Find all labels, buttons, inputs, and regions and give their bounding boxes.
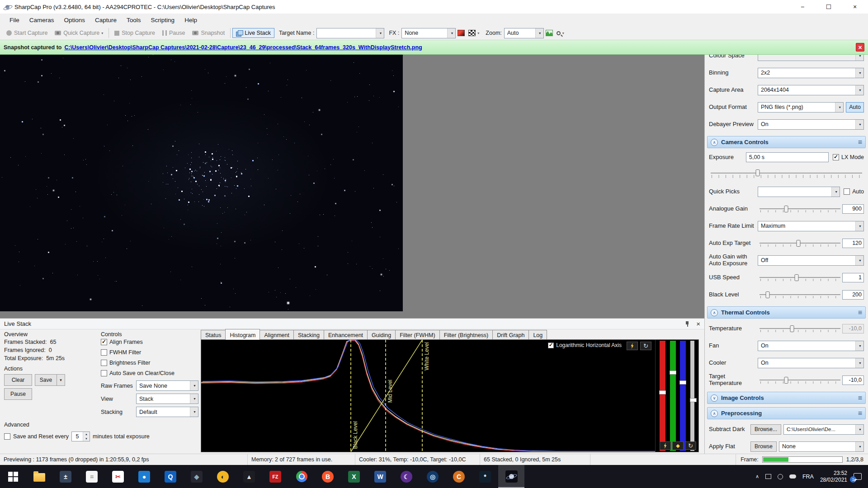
section-menu-icon[interactable]: ≡ (858, 394, 862, 402)
brave-icon[interactable]: B (315, 465, 341, 488)
menu-file[interactable]: File (5, 15, 24, 25)
blue-level-handle[interactable] (679, 380, 686, 385)
spinner-down-icon[interactable]: ▼ (83, 436, 90, 441)
sharpcap-taskbar-icon[interactable] (498, 465, 524, 488)
usb-speed-value[interactable]: 1 (842, 273, 864, 282)
q-app-icon[interactable]: Q (157, 465, 184, 488)
orange-app-icon[interactable]: C (446, 465, 472, 488)
camera-controls-header[interactable]: ∧ Camera Controls ≡ (707, 136, 866, 148)
red-level-bar[interactable] (660, 341, 665, 451)
raw-frames-select[interactable]: Save None (136, 380, 198, 391)
fx-select[interactable]: None (401, 28, 456, 38)
save-reset-spinner[interactable]: 5 ▲▼ (71, 432, 90, 441)
colour-space-select[interactable] (758, 55, 864, 61)
luminance-level-handle[interactable] (690, 398, 697, 402)
pin-icon[interactable] (685, 321, 690, 327)
video-capture-icon[interactable]: ● (131, 465, 157, 488)
menu-scripting[interactable]: Scripting (146, 15, 180, 25)
zoom-select[interactable]: Auto (504, 28, 544, 38)
clear-button[interactable]: Clear (4, 374, 32, 386)
auto-exp-target-value[interactable]: 120 (842, 239, 864, 248)
snapshot-button[interactable]: Snapshot (189, 28, 228, 38)
tab-enhancement[interactable]: Enhancement (324, 330, 368, 340)
spinner-up-icon[interactable]: ▲ (83, 432, 90, 436)
collapse-icon[interactable]: ∧ (711, 410, 718, 417)
apply-flat-browse-button[interactable]: Browse (750, 441, 777, 452)
pause-button[interactable]: Pause (159, 28, 189, 38)
maximize-button[interactable]: ☐ (816, 0, 842, 14)
pause-stack-button[interactable]: Pause (4, 388, 32, 400)
preprocessing-header[interactable]: ∧ Preprocessing ≡ (707, 407, 866, 419)
tab-stacking[interactable]: Stacking (293, 330, 324, 340)
log-axis-toggle[interactable]: Logarithmic Horizontal Axis (548, 342, 622, 348)
image-viewport[interactable] (0, 55, 704, 318)
brightness-filter-checkbox[interactable] (101, 360, 107, 366)
menu-capture[interactable]: Capture (90, 15, 122, 25)
tab-alignment[interactable]: Alignment (259, 330, 294, 340)
filezilla-icon[interactable]: FZ (262, 465, 288, 488)
excel-icon[interactable]: X (341, 465, 367, 488)
subtract-dark-select[interactable]: C:\Users\Olivier\De... (783, 424, 864, 435)
view-select[interactable]: Stack (136, 394, 198, 404)
fwhm-filter-checkbox[interactable] (101, 349, 107, 356)
tab-filter-brightness[interactable]: Filter (Brightness) (439, 330, 493, 340)
luminance-level-bar[interactable] (690, 341, 694, 451)
analogue-gain-slider[interactable] (760, 204, 840, 213)
blue-level-bar[interactable] (680, 341, 686, 451)
align-frames-checkbox[interactable] (101, 339, 107, 345)
tray-status-icon[interactable] (778, 474, 783, 479)
save-reset-checkbox[interactable] (4, 433, 10, 440)
close-button[interactable]: × (842, 0, 868, 14)
histogram-stretch-icon[interactable] (544, 28, 555, 38)
tab-log[interactable]: Log (528, 330, 547, 340)
menu-cameras[interactable]: Cameras (24, 15, 59, 25)
menu-help[interactable]: Help (179, 15, 202, 25)
log-axis-checkbox[interactable] (548, 343, 554, 348)
debayer-preview-select[interactable]: On (758, 119, 864, 130)
red-level-handle[interactable] (659, 390, 666, 394)
magnifier-icon[interactable]: ▾ (555, 30, 566, 37)
target-temperature-slider[interactable] (760, 375, 840, 385)
reset-bottom-icon[interactable]: ↻ (685, 441, 696, 450)
tab-filter-fwhm[interactable]: Filter (FWHM) (395, 330, 439, 340)
tray-expand-icon[interactable]: ∧ (755, 474, 759, 479)
live-stack-button[interactable]: Live Stack (232, 28, 274, 38)
green-level-bar[interactable] (670, 341, 676, 451)
auto-stretch-bottom-icon[interactable] (660, 441, 671, 450)
section-menu-icon[interactable]: ≡ (858, 409, 862, 418)
blue-app-icon[interactable]: ◎ (420, 465, 446, 488)
expand-icon[interactable]: ∨ (711, 394, 718, 402)
clock[interactable]: 23:52 28/02/2021 (820, 470, 847, 483)
tab-drift-graph[interactable]: Drift Graph (492, 330, 529, 340)
stop-capture-button[interactable]: Stop Capture (111, 28, 159, 38)
usb-speed-slider[interactable] (760, 273, 840, 282)
collapse-icon[interactable]: ∧ (711, 309, 718, 316)
auto-save-checkbox[interactable] (101, 370, 107, 376)
cooler-select[interactable]: On (758, 358, 864, 368)
snowflake-app-icon[interactable]: * (472, 465, 498, 488)
chrome-icon[interactable] (288, 465, 315, 488)
exposure-slider[interactable] (711, 166, 862, 182)
language-indicator[interactable]: FRA (802, 474, 814, 480)
histogram-plot[interactable]: Logarithmic Horizontal Axis ↻ Black Leve… (201, 340, 655, 452)
auto-exp-target-slider[interactable] (760, 239, 840, 248)
notification-close-button[interactable]: × (856, 43, 864, 52)
purple-app-icon[interactable]: ☾ (393, 465, 420, 488)
frame-rate-limit-select[interactable]: Maximum (758, 221, 864, 231)
fx-red-icon[interactable] (456, 28, 467, 38)
start-button[interactable] (0, 465, 26, 488)
fan-select[interactable]: On (758, 341, 864, 351)
calculator-icon[interactable]: ± (52, 465, 79, 488)
auto-stretch-icon[interactable] (627, 342, 638, 350)
tray-cloud-icon[interactable] (789, 474, 796, 479)
snapshot-path-link[interactable]: C:\Users\Olivier\Desktop\SharpCap Captur… (64, 44, 422, 51)
section-menu-icon[interactable]: ≡ (858, 138, 862, 146)
quick-capture-button[interactable]: Quick Capture▾ (51, 28, 107, 38)
notification-center-icon[interactable]: 1 (854, 473, 862, 480)
save-dropdown-icon[interactable]: ▼ (57, 374, 65, 386)
collapse-icon[interactable]: ∧ (711, 139, 718, 146)
quick-picks-auto-checkbox[interactable] (844, 188, 850, 195)
tab-histogram[interactable]: Histogram (225, 329, 260, 340)
capture-area-select[interactable]: 2064x1404 (758, 85, 864, 95)
thermal-controls-header[interactable]: ∧ Thermal Controls ≡ (707, 306, 866, 319)
